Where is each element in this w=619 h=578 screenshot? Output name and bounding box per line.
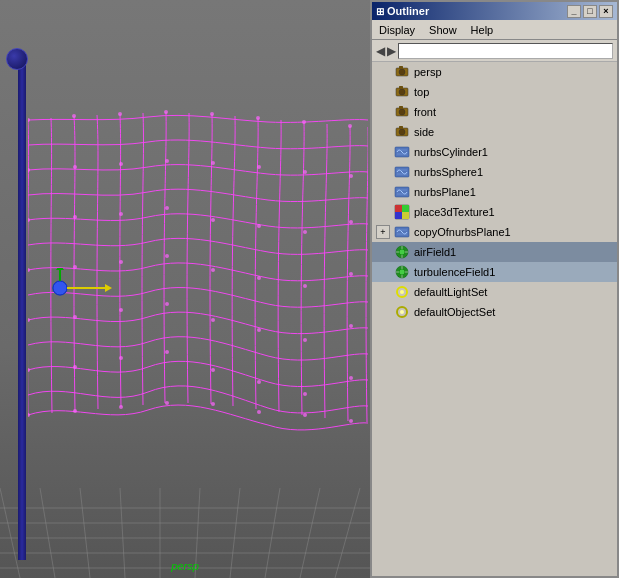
item-icon-objset: [394, 304, 410, 320]
item-label: copyOfnurbsPlane1: [414, 226, 511, 238]
item-label: persp: [414, 66, 442, 78]
svg-point-15: [28, 118, 30, 122]
item-icon-camera: [394, 84, 410, 100]
item-label: side: [414, 126, 434, 138]
svg-point-63: [28, 413, 30, 417]
search-input[interactable]: [398, 43, 613, 59]
menu-display[interactable]: Display: [376, 23, 418, 37]
svg-point-39: [28, 268, 30, 272]
list-item[interactable]: defaultLightSet: [372, 282, 617, 302]
items-list: persp top front side nurbsCylinder1 nurb…: [372, 62, 617, 576]
svg-point-37: [303, 230, 307, 234]
list-item[interactable]: + copyOfnurbsPlane1: [372, 222, 617, 242]
svg-point-25: [119, 162, 123, 166]
svg-point-30: [349, 174, 353, 178]
menu-show[interactable]: Show: [426, 23, 460, 37]
svg-point-34: [165, 206, 169, 210]
svg-point-48: [73, 315, 77, 319]
item-label: place3dTexture1: [414, 206, 495, 218]
svg-point-67: [211, 402, 215, 406]
restore-button[interactable]: □: [583, 5, 597, 18]
svg-line-13: [300, 488, 320, 578]
svg-point-46: [349, 272, 353, 276]
svg-point-17: [118, 112, 122, 116]
title-bar-buttons: _ □ ×: [567, 5, 613, 18]
svg-point-60: [257, 380, 261, 384]
toolbar: ◀ ▶: [372, 40, 617, 62]
list-item[interactable]: front: [372, 102, 617, 122]
expand-arrow[interactable]: +: [376, 225, 390, 239]
minimize-button[interactable]: _: [567, 5, 581, 18]
svg-point-49: [119, 308, 123, 312]
move-gizmo: [40, 268, 140, 308]
item-label: defaultObjectSet: [414, 306, 495, 318]
forward-arrow[interactable]: ▶: [387, 44, 396, 58]
svg-point-111: [400, 290, 404, 294]
svg-line-6: [40, 488, 55, 578]
svg-point-27: [211, 161, 215, 165]
svg-point-50: [165, 302, 169, 306]
close-button[interactable]: ×: [599, 5, 613, 18]
svg-point-54: [349, 324, 353, 328]
item-label: nurbsSphere1: [414, 166, 483, 178]
svg-point-99: [399, 249, 405, 255]
svg-point-44: [257, 276, 261, 280]
svg-point-42: [165, 254, 169, 258]
item-label: nurbsPlane1: [414, 186, 476, 198]
outliner-panel: ⊞ Outliner _ □ × Display Show Help ◀ ▶ p…: [370, 0, 619, 578]
svg-point-38: [349, 220, 353, 224]
svg-line-11: [230, 488, 240, 578]
item-icon-texture: [394, 204, 410, 220]
item-label: top: [414, 86, 429, 98]
svg-marker-74: [105, 284, 112, 292]
svg-point-78: [399, 69, 405, 75]
svg-point-18: [164, 110, 168, 114]
svg-point-31: [28, 218, 30, 222]
svg-point-62: [349, 376, 353, 380]
list-item[interactable]: nurbsSphere1: [372, 162, 617, 182]
svg-rect-93: [395, 205, 402, 212]
svg-point-57: [119, 356, 123, 360]
list-item[interactable]: nurbsCylinder1: [372, 142, 617, 162]
list-item[interactable]: place3dTexture1: [372, 202, 617, 222]
pole-ball: [6, 48, 28, 70]
svg-point-35: [211, 218, 215, 222]
item-icon-nurbs: [394, 224, 410, 240]
svg-point-41: [119, 260, 123, 264]
svg-rect-96: [402, 212, 409, 219]
item-icon-field: [394, 244, 410, 260]
list-item[interactable]: persp: [372, 62, 617, 82]
outliner-title: Outliner: [387, 5, 429, 17]
list-item[interactable]: nurbsPlane1: [372, 182, 617, 202]
back-arrow[interactable]: ◀: [376, 44, 385, 58]
svg-point-32: [73, 215, 77, 219]
svg-point-24: [73, 165, 77, 169]
svg-line-14: [335, 488, 360, 578]
list-item[interactable]: defaultObjectSet: [372, 302, 617, 322]
svg-point-56: [73, 365, 77, 369]
item-icon-nurbs: [394, 164, 410, 180]
item-label: defaultLightSet: [414, 286, 487, 298]
item-label: airField1: [414, 246, 456, 258]
item-icon-camera: [394, 64, 410, 80]
menu-help[interactable]: Help: [468, 23, 497, 37]
list-item[interactable]: airField1: [372, 242, 617, 262]
svg-point-70: [349, 419, 353, 423]
svg-line-5: [0, 488, 20, 578]
svg-point-66: [165, 401, 169, 405]
svg-point-72: [53, 281, 67, 295]
item-label: nurbsCylinder1: [414, 146, 488, 158]
svg-point-55: [28, 368, 30, 372]
svg-point-33: [119, 212, 123, 216]
item-icon-camera: [394, 104, 410, 120]
list-item[interactable]: top: [372, 82, 617, 102]
list-item[interactable]: side: [372, 122, 617, 142]
item-label: turbulenceField1: [414, 266, 495, 278]
svg-point-23: [28, 168, 30, 172]
svg-point-20: [256, 116, 260, 120]
svg-point-87: [399, 129, 405, 135]
list-item[interactable]: turbulenceField1: [372, 262, 617, 282]
svg-point-47: [28, 318, 30, 322]
svg-rect-94: [402, 205, 409, 212]
svg-rect-95: [395, 212, 402, 219]
